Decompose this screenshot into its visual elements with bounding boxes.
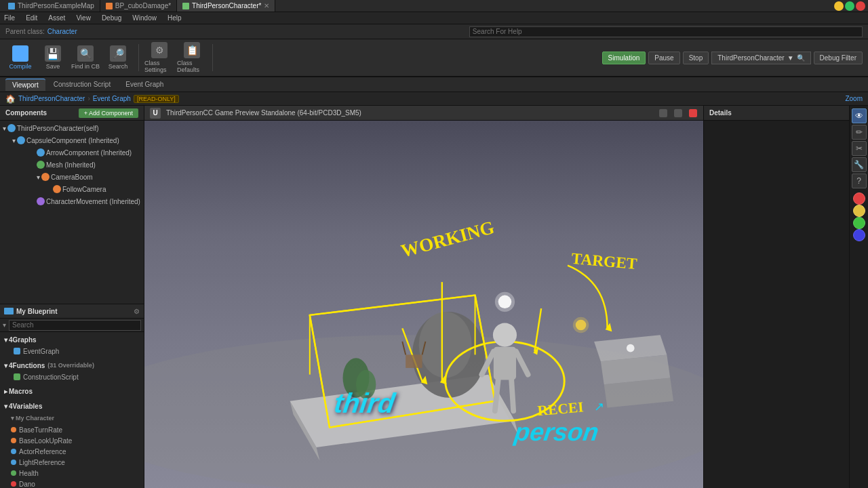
- svg-line-43: [402, 342, 406, 355]
- gp-maximize-button[interactable]: [674, 109, 682, 117]
- find-in-cb-button[interactable]: 🔍 Find in CB: [71, 41, 100, 75]
- class-settings-button[interactable]: ⚙ Class Settings: [144, 41, 174, 75]
- variables-label: 4Variables: [9, 403, 42, 410]
- class-defaults-button[interactable]: 📋 Class Defaults: [177, 41, 207, 75]
- dano-label: Dano: [19, 481, 35, 488]
- functions-label: 4Functions: [9, 362, 45, 369]
- component-item-arrow[interactable]: ArrowComponent (Inherited): [0, 146, 144, 159]
- gp-close-button[interactable]: [689, 109, 697, 117]
- graph-item-eventgraph[interactable]: EventGraph: [0, 346, 144, 357]
- color-green-button[interactable]: [853, 217, 865, 229]
- menu-view[interactable]: View: [75, 14, 92, 22]
- tab-event-graph[interactable]: Event Graph: [119, 79, 170, 90]
- variables-header[interactable]: ▾ 4Variables: [0, 400, 144, 412]
- menu-edit[interactable]: Edit: [24, 14, 39, 22]
- tool-scissors-button[interactable]: ✂: [852, 141, 867, 156]
- color-yellow-button[interactable]: [853, 205, 865, 217]
- capsule-expand: ▾: [12, 137, 16, 144]
- tab-bp-char[interactable]: ThirdPersonCharacter* ✕: [177, 0, 275, 12]
- menu-help[interactable]: Help: [166, 14, 183, 22]
- right-tools-panel: 👁 ✏ ✂ 🔧 ?: [849, 106, 868, 488]
- graphs-header[interactable]: ▾ 4Graphs: [0, 333, 144, 346]
- search-button[interactable]: 🔎 Search: [103, 41, 133, 75]
- tool-eye-button[interactable]: 👁: [852, 108, 867, 123]
- component-item-mesh[interactable]: Mesh (Inherited): [0, 159, 144, 171]
- compile-button[interactable]: ⚙ Compile: [5, 41, 35, 75]
- var-item-dano[interactable]: Dano: [0, 479, 144, 488]
- variables-expand-icon: ▾: [4, 403, 7, 410]
- class-settings-icon: ⚙: [151, 42, 167, 58]
- maximize-button[interactable]: [845, 1, 854, 11]
- svg-marker-4: [594, 335, 667, 361]
- construction-label: ConstructionScript: [23, 373, 79, 381]
- tab-close-icon[interactable]: ✕: [264, 2, 269, 9]
- svg-point-8: [419, 312, 472, 378]
- var-item-baseturrate[interactable]: BaseTurnRate: [0, 424, 144, 435]
- menu-window[interactable]: Window: [131, 14, 158, 22]
- left-panel: Components + Add Component ▾ ThirdPerson…: [0, 106, 144, 488]
- var-item-lightreference[interactable]: LightReference: [0, 457, 144, 468]
- color-red-button[interactable]: [853, 192, 865, 205]
- stop-button[interactable]: Stop: [683, 52, 709, 64]
- eye-icon: 👁: [855, 111, 863, 121]
- var-item-baselookuprate[interactable]: BaseLookUpRate: [0, 435, 144, 446]
- game-canvas[interactable]: WORKING TARGET RECEI ↗ person: [144, 121, 703, 488]
- macros-section: ▸ Macros: [0, 384, 144, 399]
- add-component-button[interactable]: + Add Component: [79, 108, 138, 118]
- debug-filter-button[interactable]: Debug Filter: [814, 52, 863, 64]
- minimize-button[interactable]: [834, 1, 844, 11]
- svg-line-25: [534, 308, 541, 351]
- menu-asset[interactable]: Asset: [47, 14, 66, 22]
- sub-tabs-bar: Viewport Construction Script Event Graph: [0, 77, 868, 92]
- var-item-health[interactable]: Health: [0, 468, 144, 479]
- viewport-area: U ThirdPersonCC Game Preview Standalone …: [144, 106, 703, 488]
- followcamera-icon: [53, 185, 61, 193]
- function-item-construction[interactable]: ConstructionScript: [0, 371, 144, 382]
- breadcrumb-event-graph[interactable]: Event Graph: [93, 95, 131, 102]
- functions-header[interactable]: ▾ 4Functions (31 Overridable): [0, 359, 144, 371]
- color-blue-button[interactable]: [853, 229, 865, 241]
- svg-text:TARGET: TARGET: [571, 249, 638, 272]
- components-label: Components: [5, 109, 47, 117]
- parent-class-value[interactable]: Character: [47, 28, 77, 35]
- component-item-self[interactable]: ▾ ThirdPersonCharacter(self): [0, 122, 144, 134]
- blueprint-search-input[interactable]: [9, 320, 141, 331]
- right-panel: Details: [703, 106, 849, 488]
- tab-bp-map[interactable]: ThirdPersonExampleMap: [3, 0, 100, 12]
- gp-minimize-button[interactable]: [659, 109, 667, 117]
- my-blueprint-label: My Blueprint: [16, 308, 131, 315]
- tool-pencil-button[interactable]: ✏: [852, 125, 867, 140]
- component-item-capsule[interactable]: ▾ CapsuleComponent (Inherited): [0, 134, 144, 146]
- toolbar-sep-2: [212, 44, 213, 71]
- breadcrumb-third-person[interactable]: ThirdPersonCharacter: [18, 95, 85, 102]
- functions-expand-icon: ▾: [4, 362, 7, 369]
- dano-dot: [11, 481, 16, 487]
- help-search-input[interactable]: [469, 26, 863, 37]
- simulation-button[interactable]: Simulation: [602, 52, 646, 64]
- var-item-actorreference[interactable]: ActorReference: [0, 446, 144, 457]
- bp-settings-icon[interactable]: ⚙: [134, 308, 140, 315]
- tab-construction-script[interactable]: Construction Script: [47, 79, 117, 90]
- component-item-cameraboom[interactable]: ▾ CameraBoom: [0, 171, 144, 183]
- baseturrate-dot: [11, 427, 16, 432]
- tool-wrench-button[interactable]: 🔧: [852, 157, 867, 172]
- component-item-charmovement[interactable]: CharacterMovement (Inherited): [0, 195, 144, 207]
- lightreference-label: LightReference: [19, 459, 65, 466]
- menu-file[interactable]: File: [3, 14, 16, 22]
- svg-line-10: [310, 296, 475, 315]
- my-character-group-header[interactable]: ▾ My Character: [0, 412, 144, 424]
- close-button[interactable]: [856, 1, 865, 11]
- bp-icon: [4, 308, 14, 314]
- macros-header[interactable]: ▸ Macros: [0, 385, 144, 397]
- pause-button[interactable]: Pause: [648, 52, 679, 64]
- tool-question-button[interactable]: ?: [852, 174, 867, 188]
- menu-debug[interactable]: Debug: [100, 14, 123, 22]
- debug-object-select[interactable]: ThirdPersonCharacter ▼ 🔍: [711, 52, 810, 64]
- component-item-followcamera[interactable]: FollowCamera: [0, 183, 144, 195]
- zoom-button[interactable]: Zoom: [845, 95, 863, 102]
- variables-section: ▾ 4Variables ▾ My Character BaseTurnRate…: [0, 399, 144, 488]
- tab-bp-cubodamage[interactable]: BP_cuboDamage*: [100, 0, 177, 12]
- tab-viewport[interactable]: Viewport: [5, 79, 45, 91]
- save-button[interactable]: 💾 Save: [38, 41, 68, 75]
- self-label: ThirdPersonCharacter(self): [17, 125, 99, 132]
